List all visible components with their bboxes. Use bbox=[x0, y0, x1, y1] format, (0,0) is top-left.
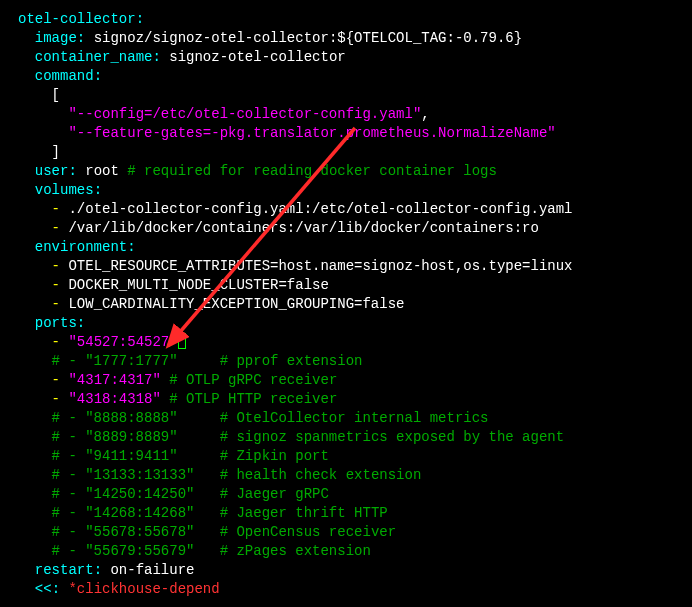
env-entry: OTEL_RESOURCE_ATTRIBUTES=host.name=signo… bbox=[68, 258, 572, 274]
port-comment-label: # health check extension bbox=[220, 467, 422, 483]
environment-key: environment bbox=[35, 239, 127, 255]
yaml-code-block: otel-collector: image: signoz/signoz-ote… bbox=[18, 10, 692, 599]
port-entry: "4318:4318" bbox=[68, 391, 160, 407]
port-entry: "4317:4317" bbox=[68, 372, 160, 388]
port-commented: # - "14268:14268" bbox=[52, 505, 195, 521]
port-comment-label: # zPages extension bbox=[220, 543, 371, 559]
user-key: user bbox=[35, 163, 69, 179]
port-commented: # - "14250:14250" bbox=[52, 486, 195, 502]
port-commented: # - "8889:8889" bbox=[52, 429, 178, 445]
bracket-close: ] bbox=[52, 144, 60, 160]
port-comment-label: # pprof extension bbox=[220, 353, 363, 369]
volumes-key: volumes bbox=[35, 182, 94, 198]
image-key: image bbox=[35, 30, 77, 46]
port-commented: # - "55679:55679" bbox=[52, 543, 195, 559]
image-value: signoz/signoz-otel-collector:${OTELCOL_T… bbox=[94, 30, 522, 46]
port-comment-label: # Jaeger gRPC bbox=[220, 486, 329, 502]
port-comment-label: # Zipkin port bbox=[220, 448, 329, 464]
port-comment-label: # signoz spanmetrics exposed by the agen… bbox=[220, 429, 564, 445]
port-commented: # - "1777:1777" bbox=[52, 353, 178, 369]
port-comment-label: # OpenCensus receiver bbox=[220, 524, 396, 540]
command-key: command bbox=[35, 68, 94, 84]
service-key: otel-collector bbox=[18, 11, 136, 27]
user-value: root bbox=[85, 163, 119, 179]
container-name-key: container_name bbox=[35, 49, 153, 65]
text-cursor bbox=[178, 333, 186, 349]
merge-value: *clickhouse-depend bbox=[68, 581, 219, 597]
port-comment-label: # Jaeger thrift HTTP bbox=[220, 505, 388, 521]
ports-key: ports bbox=[35, 315, 77, 331]
command-arg-feature-gates: "--feature-gates=-pkg.translator.prometh… bbox=[68, 125, 555, 141]
volume-entry: /var/lib/docker/containers:/var/lib/dock… bbox=[68, 220, 538, 236]
command-arg-config: "--config=/etc/otel-collector-config.yam… bbox=[68, 106, 421, 122]
port-comment-label: # OTLP HTTP receiver bbox=[169, 391, 337, 407]
user-comment: # required for reading docker container … bbox=[127, 163, 497, 179]
port-commented: # - "9411:9411" bbox=[52, 448, 178, 464]
container-name-value: signoz-otel-collector bbox=[169, 49, 345, 65]
port-entry-active: "54527:54527" bbox=[68, 334, 177, 350]
restart-key: restart bbox=[35, 562, 94, 578]
env-entry: DOCKER_MULTI_NODE_CLUSTER=false bbox=[68, 277, 328, 293]
env-entry: LOW_CARDINALITY_EXCEPTION_GROUPING=false bbox=[68, 296, 404, 312]
port-commented: # - "13133:13133" bbox=[52, 467, 195, 483]
port-comment-label: # OtelCollector internal metrics bbox=[220, 410, 489, 426]
port-comment-label: # OTLP gRPC receiver bbox=[169, 372, 337, 388]
restart-value: on-failure bbox=[110, 562, 194, 578]
port-commented: # - "8888:8888" bbox=[52, 410, 178, 426]
port-commented: # - "55678:55678" bbox=[52, 524, 195, 540]
volume-entry: ./otel-collector-config.yaml:/etc/otel-c… bbox=[68, 201, 572, 217]
merge-key: << bbox=[35, 581, 52, 597]
bracket-open: [ bbox=[52, 87, 60, 103]
